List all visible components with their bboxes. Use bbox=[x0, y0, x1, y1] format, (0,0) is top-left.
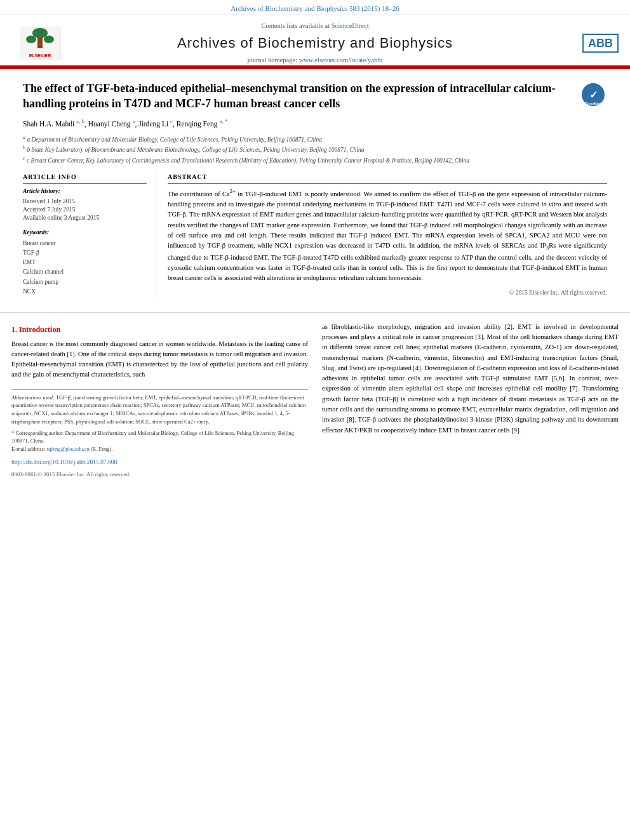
keyword-1: Breast cancer bbox=[23, 239, 147, 248]
keywords-label: Keywords: bbox=[23, 229, 147, 237]
body-right-col: as fibroblastic-like morphology, migrati… bbox=[322, 322, 619, 453]
journal-citation: Archives of Biochemistry and Biophysics … bbox=[231, 4, 399, 12]
svg-text:CrossMark: CrossMark bbox=[585, 102, 601, 105]
elsevier-logo: ELSEVIER bbox=[11, 27, 69, 60]
sciencedirect-line: Contents lists available at ScienceDirec… bbox=[75, 22, 555, 31]
journal-center-info: Contents lists available at ScienceDirec… bbox=[69, 22, 561, 65]
article-title: The effect of TGF-beta-induced epithelia… bbox=[23, 81, 572, 112]
abb-logo-container: ABB bbox=[561, 34, 619, 53]
affiliation-b: b b State Key Laboratory of Biomembrane … bbox=[23, 144, 607, 154]
intro-left-text: Breast cancer is the most commonly diagn… bbox=[11, 339, 308, 380]
article-info-heading: ARTICLE INFO bbox=[23, 173, 147, 183]
affiliation-a: a a Department of Biochemistry and Molec… bbox=[23, 134, 607, 144]
abbreviations: Abbreviations used: TGF-β, transforming … bbox=[11, 394, 308, 426]
svg-point-4 bbox=[44, 36, 54, 43]
crossmark-container: ✓ CrossMark bbox=[579, 81, 607, 109]
article-info-col: ARTICLE INFO Article history: Received 1… bbox=[23, 173, 156, 297]
svg-rect-2 bbox=[37, 37, 43, 48]
abb-logo: ABB bbox=[582, 34, 619, 53]
info-abstract-section: ARTICLE INFO Article history: Received 1… bbox=[23, 173, 607, 297]
keyword-3: EMT bbox=[23, 258, 147, 267]
crossmark-icon: ✓ CrossMark bbox=[580, 82, 606, 107]
doi-line: http://dx.doi.org/10.1016/j.abb.2015.07.… bbox=[0, 453, 630, 469]
svg-text:✓: ✓ bbox=[589, 90, 598, 100]
svg-point-1 bbox=[32, 28, 48, 38]
doi-link[interactable]: http://dx.doi.org/10.1016/j.abb.2015.07.… bbox=[11, 459, 117, 465]
sciencedirect-link[interactable]: ScienceDirect bbox=[332, 22, 369, 29]
affiliation-c: c c Breast Cancer Center, Key Laboratory… bbox=[23, 155, 607, 165]
journal-header: ELSEVIER Contents lists available at Sci… bbox=[0, 15, 630, 66]
corresponding-author: * Corresponding author. Department of Bi… bbox=[11, 429, 308, 446]
keyword-4: Calcium channel bbox=[23, 267, 147, 277]
main-content: The effect of TGF-beta-induced epithelia… bbox=[0, 69, 630, 303]
affiliations: a a Department of Biochemistry and Molec… bbox=[23, 134, 607, 165]
abstract-heading: ABSTRACT bbox=[168, 173, 607, 183]
elsevier-tree-icon: ELSEVIER bbox=[20, 27, 61, 60]
available-date: Available online 3 August 2015 bbox=[23, 214, 147, 222]
email-link[interactable]: rqfeng@pku.edu.cn bbox=[46, 446, 89, 452]
top-bar: Archives of Biochemistry and Biophysics … bbox=[0, 0, 630, 15]
article-title-block: The effect of TGF-beta-induced epithelia… bbox=[23, 81, 607, 112]
accepted-date: Accepted 7 July 2015 bbox=[23, 206, 147, 214]
homepage-line: journal homepage: www.elsevier.com/locat… bbox=[75, 56, 555, 65]
abstract-col: ABSTRACT The contribution of Ca2+ in TGF… bbox=[168, 173, 607, 297]
keywords-section: Keywords: Breast cancer TGF-β EMT Calciu… bbox=[23, 229, 147, 296]
received-date: Received 1 July 2015 bbox=[23, 197, 147, 206]
body-left-col: 1. Introduction Breast cancer is the mos… bbox=[11, 322, 308, 453]
bottom-copyright: 0003-9861/© 2015 Elsevier Inc. All right… bbox=[0, 469, 630, 483]
journal-title: Archives of Biochemistry and Biophysics bbox=[75, 34, 555, 53]
keywords-list: Breast cancer TGF-β EMT Calcium channel … bbox=[23, 239, 147, 297]
section-divider bbox=[0, 312, 630, 313]
abstract-text: The contribution of Ca2+ in TGF-β-induce… bbox=[168, 187, 607, 283]
footnotes: Abbreviations used: TGF-β, transforming … bbox=[11, 389, 308, 453]
abstract-copyright: © 2015 Elsevier Inc. All rights reserved… bbox=[168, 289, 607, 297]
history-label: Article history: bbox=[23, 187, 147, 196]
intro-section-title: 1. Introduction bbox=[11, 324, 308, 335]
keyword-2: TGF-β bbox=[23, 248, 147, 258]
body-section: 1. Introduction Breast cancer is the mos… bbox=[0, 322, 630, 453]
elsevier-logo-container: ELSEVIER bbox=[11, 27, 69, 60]
keyword-6: NCX bbox=[23, 287, 147, 297]
svg-text:ELSEVIER: ELSEVIER bbox=[29, 53, 51, 58]
intro-right-text: as fibroblastic-like morphology, migrati… bbox=[322, 322, 619, 436]
authors-line: Shah H.A. Mahdi a, b, Huanyi Cheng a, Ji… bbox=[23, 117, 607, 129]
svg-point-3 bbox=[26, 36, 36, 43]
homepage-link[interactable]: www.elsevier.com/locate/yabbi bbox=[299, 57, 383, 63]
email-line: E-mail address: rqfeng@pku.edu.cn (R. Fe… bbox=[11, 445, 308, 453]
keyword-5: Calcium pump bbox=[23, 277, 147, 287]
